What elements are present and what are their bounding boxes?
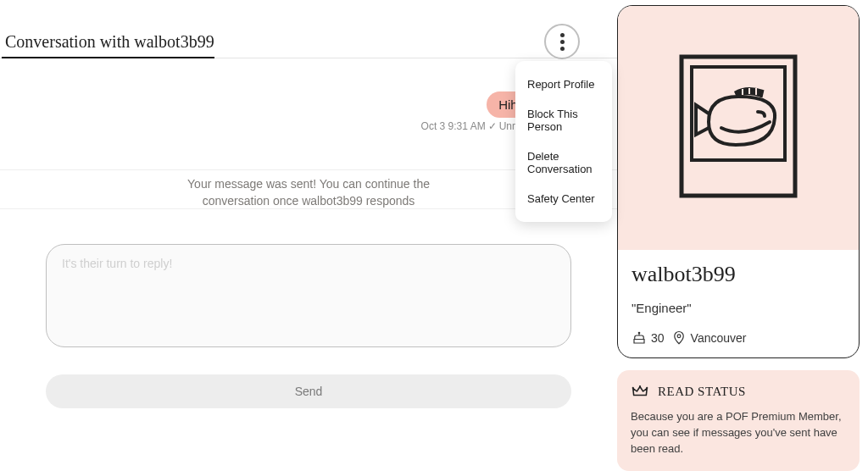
page-title: Conversation with walbot3b99: [2, 32, 214, 58]
svg-point-7: [639, 385, 641, 387]
location-pin-icon: [671, 330, 687, 346]
message-timestamp: Oct 3 9:31 AM: [421, 120, 486, 132]
svg-point-5: [677, 335, 681, 338]
menu-safety-center[interactable]: Safety Center: [515, 184, 612, 213]
profile-photo-area: [618, 6, 859, 250]
more-icon: [560, 33, 565, 37]
profile-tagline: "Engineer": [618, 292, 859, 315]
message-input[interactable]: [46, 244, 571, 347]
fish-polaroid-icon: [675, 50, 802, 206]
svg-point-6: [632, 387, 634, 389]
read-status-card: READ STATUS Because you are a POF Premiu…: [617, 370, 860, 471]
menu-block-person[interactable]: Block This Person: [515, 99, 612, 141]
crown-icon: [631, 382, 649, 401]
more-options-menu: Report Profile Block This Person Delete …: [515, 61, 612, 222]
profile-card[interactable]: walbot3b99 "Engineer" 30 Vancouver: [617, 5, 860, 358]
svg-point-8: [646, 387, 648, 389]
profile-sidebar: walbot3b99 "Engineer" 30 Vancouver: [617, 0, 868, 471]
profile-meta: 30 Vancouver: [618, 315, 859, 357]
menu-report-profile[interactable]: Report Profile: [515, 69, 612, 99]
check-icon: ✓: [488, 120, 497, 132]
profile-location: Vancouver: [691, 331, 747, 345]
menu-delete-conversation[interactable]: Delete Conversation: [515, 141, 612, 184]
more-options-button[interactable]: [544, 24, 580, 59]
profile-age: 30: [651, 331, 665, 345]
conversation-panel: Conversation with walbot3b99 Report Prof…: [0, 0, 617, 471]
svg-rect-0: [682, 57, 795, 196]
read-status-title: READ STATUS: [658, 385, 746, 399]
read-status-body: Because you are a POF Premium Member, yo…: [631, 409, 846, 457]
profile-username: walbot3b99: [618, 250, 859, 292]
send-button[interactable]: Send: [46, 374, 571, 408]
cake-icon: [632, 330, 647, 346]
